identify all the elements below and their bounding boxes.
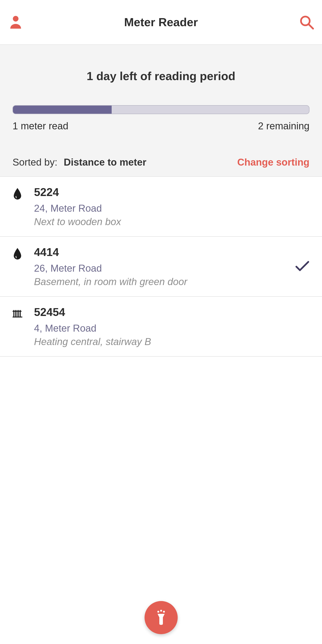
sort-criterion: Distance to meter <box>64 157 146 168</box>
meter-id: 5224 <box>34 186 287 199</box>
period-heading: 1 day left of reading period <box>12 69 310 83</box>
svg-point-0 <box>13 16 18 22</box>
reading-period-panel: 1 day left of reading period 1 meter rea… <box>0 45 322 147</box>
meter-row[interactable]: 4414 26, Meter Road Basement, in room wi… <box>0 237 322 297</box>
meter-body: 4414 26, Meter Road Basement, in room wi… <box>26 246 287 287</box>
person-icon <box>8 27 24 31</box>
meter-address: 24, Meter Road <box>34 203 287 214</box>
app-header: Meter Reader <box>0 0 322 45</box>
change-sorting-button[interactable]: Change sorting <box>237 157 310 168</box>
meter-row[interactable]: 5224 24, Meter Road Next to wooden box <box>0 177 322 237</box>
svg-point-10 <box>157 611 159 612</box>
meter-address: 26, Meter Road <box>34 263 287 274</box>
meter-list: 5224 24, Meter Road Next to wooden box 4… <box>0 177 322 357</box>
flashlight-fab[interactable] <box>144 601 178 634</box>
search-icon <box>298 27 314 31</box>
progress-fill <box>13 106 112 114</box>
meter-body: 52454 4, Meter Road Heating central, sta… <box>26 306 287 347</box>
svg-line-2 <box>309 24 313 29</box>
meter-id: 52454 <box>34 306 287 319</box>
meter-note: Basement, in room with green door <box>34 276 287 287</box>
sort-prefix: Sorted by: <box>12 157 58 168</box>
meter-status <box>287 261 310 272</box>
profile-button[interactable] <box>8 14 24 31</box>
meter-id: 4414 <box>34 246 287 259</box>
water-drop-icon <box>12 246 26 261</box>
flashlight-icon <box>152 609 170 626</box>
app-title: Meter Reader <box>24 16 298 29</box>
meter-note: Next to wooden box <box>34 216 287 227</box>
progress-read-label: 1 meter read <box>12 120 68 132</box>
svg-point-12 <box>163 611 165 612</box>
progress-remaining-label: 2 remaining <box>258 120 310 132</box>
meter-row[interactable]: 52454 4, Meter Road Heating central, sta… <box>0 297 322 357</box>
sort-row: Sorted by: Distance to meter Change sort… <box>0 147 322 177</box>
svg-point-11 <box>160 610 162 612</box>
checkmark-icon <box>295 261 310 272</box>
meter-body: 5224 24, Meter Road Next to wooden box <box>26 186 287 227</box>
meter-address: 4, Meter Road <box>34 323 287 334</box>
water-drop-icon <box>12 186 26 201</box>
sort-label: Sorted by: Distance to meter <box>12 157 146 168</box>
search-button[interactable] <box>298 14 314 31</box>
meter-note: Heating central, stairway B <box>34 336 287 347</box>
radiator-icon <box>12 306 26 321</box>
progress-labels: 1 meter read 2 remaining <box>12 120 310 132</box>
progress-bar <box>12 105 310 114</box>
